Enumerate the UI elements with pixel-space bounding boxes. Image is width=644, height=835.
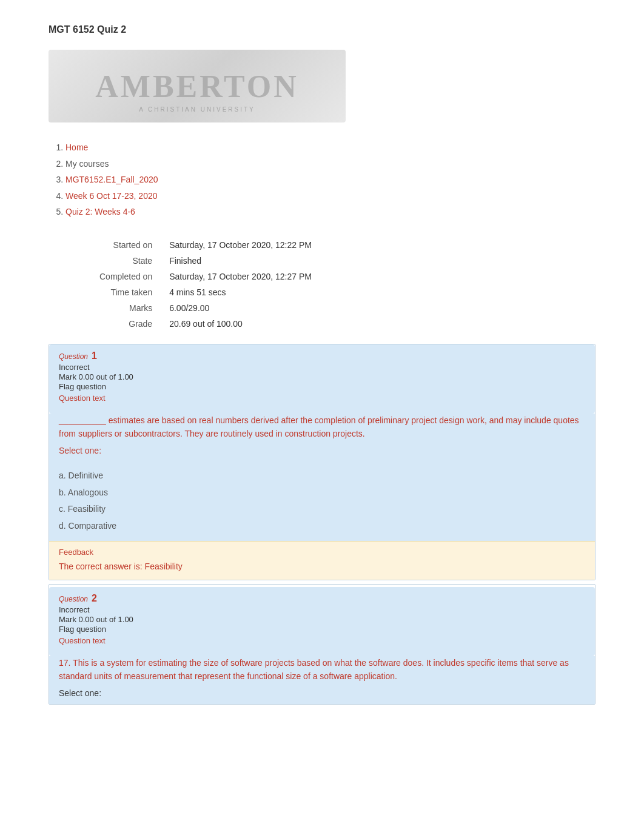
question-2-body: 17. This is a system for estimating the … [49, 656, 595, 704]
logo-text: AMBERTON [95, 69, 298, 104]
logo-container: AMBERTON A CHRISTIAN UNIVERSITY [49, 50, 595, 122]
question-1-select-one: Select one: [59, 446, 585, 455]
university-logo: AMBERTON A CHRISTIAN UNIVERSITY [49, 50, 346, 122]
answer-1-a[interactable]: a. Definitive [49, 468, 595, 485]
question-2-mark: Mark 0.00 out of 1.00 [59, 615, 585, 624]
question-2-select-one: Select one: [59, 688, 585, 698]
info-row-marks: Marks 6.00/29.00 [97, 300, 321, 316]
question-2-status: Incorrect [59, 605, 585, 614]
grade-value: 20.69 out of 100.00 [167, 316, 321, 332]
question-1-header: Question 1 Incorrect Mark 0.00 out of 1.… [49, 344, 595, 414]
page-title: MGT 6152 Quiz 2 [49, 24, 595, 35]
info-row-grade: Grade 20.69 out of 100.00 [97, 316, 321, 332]
feedback-label: Feedback [59, 548, 585, 557]
correct-answer-1: The correct answer is: Feasibility [59, 562, 585, 571]
question-2-header-row: Question 2 [59, 593, 585, 604]
completed-on-value: Saturday, 17 October 2020, 12:27 PM [167, 269, 321, 284]
started-on-value: Saturday, 17 October 2020, 12:22 PM [167, 237, 321, 253]
time-taken-label: Time taken [97, 284, 167, 300]
breadcrumb-link-home[interactable]: Home [65, 143, 88, 152]
question-1-area: Question 1 Incorrect Mark 0.00 out of 1.… [49, 344, 595, 580]
question-1-label: Question [59, 352, 88, 361]
breadcrumb-item-1[interactable]: Home [65, 139, 595, 156]
question-1-status: Incorrect [59, 363, 585, 372]
answer-1-c[interactable]: c. Feasibility [49, 501, 595, 518]
info-row-time: Time taken 4 mins 51 secs [97, 284, 321, 300]
time-taken-value: 4 mins 51 secs [167, 284, 321, 300]
question-1-answers: a. Definitive b. Analogous c. Feasibilit… [49, 465, 595, 541]
info-row-state: State Finished [97, 253, 321, 269]
state-value: Finished [167, 253, 321, 269]
breadcrumb-item-5[interactable]: Quiz 2: Weeks 4-6 [65, 204, 595, 220]
marks-label: Marks [97, 300, 167, 316]
info-row-completed: Completed on Saturday, 17 October 2020, … [97, 269, 321, 284]
breadcrumb: Home My courses MGT6152.E1_Fall_2020 Wee… [49, 139, 595, 220]
question-2-label: Question [59, 595, 88, 603]
question-1-text-label: Question text [59, 394, 585, 403]
question-1-feedback: Feedback The correct answer is: Feasibil… [49, 541, 595, 580]
answer-1-d[interactable]: d. Comparative [49, 518, 595, 535]
question-1-number: 1 [92, 350, 97, 361]
question-1-header-row: Question 1 [59, 350, 585, 361]
marks-value: 6.00/29.00 [167, 300, 321, 316]
question-2-flag[interactable]: Flag question [59, 625, 585, 634]
answer-1-b[interactable]: b. Analogous [49, 485, 595, 501]
logo-subtext: A CHRISTIAN UNIVERSITY [139, 106, 255, 113]
started-on-label: Started on [97, 237, 167, 253]
completed-on-label: Completed on [97, 269, 167, 284]
question-2-number: 2 [92, 593, 97, 604]
breadcrumb-link-course[interactable]: MGT6152.E1_Fall_2020 [65, 175, 158, 184]
question-1-flag[interactable]: Flag question [59, 382, 585, 391]
info-row-started: Started on Saturday, 17 October 2020, 12… [97, 237, 321, 253]
question-1-mark: Mark 0.00 out of 1.00 [59, 372, 585, 381]
question-2-text: 17. This is a system for estimating the … [59, 656, 585, 683]
breadcrumb-item-3[interactable]: MGT6152.E1_Fall_2020 [65, 172, 595, 188]
breadcrumb-link-week[interactable]: Week 6 Oct 17-23, 2020 [65, 191, 158, 201]
breadcrumb-item-2: My courses [65, 156, 595, 172]
question-2-area: Question 2 Incorrect Mark 0.00 out of 1.… [49, 584, 595, 705]
question-1-body: __________ estimates are based on real n… [49, 414, 595, 465]
question-2-text-label: Question text [59, 636, 585, 645]
question-1-text: __________ estimates are based on real n… [59, 414, 585, 441]
quiz-info-table: Started on Saturday, 17 October 2020, 12… [97, 237, 321, 332]
state-label: State [97, 253, 167, 269]
grade-label: Grade [97, 316, 167, 332]
breadcrumb-item-4[interactable]: Week 6 Oct 17-23, 2020 [65, 188, 595, 204]
breadcrumb-link-quiz[interactable]: Quiz 2: Weeks 4-6 [65, 207, 135, 216]
question-2-header: Question 2 Incorrect Mark 0.00 out of 1.… [49, 587, 595, 656]
